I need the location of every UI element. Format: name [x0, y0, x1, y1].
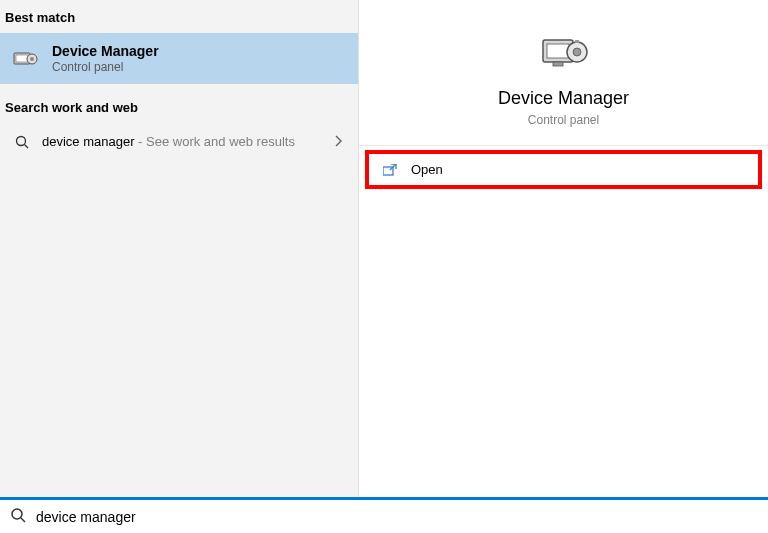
svg-point-4	[17, 137, 26, 146]
search-icon	[10, 507, 26, 527]
svg-rect-11	[575, 40, 579, 43]
svg-rect-7	[547, 44, 569, 58]
web-search-result[interactable]: device manager - See work and web result…	[0, 123, 358, 161]
detail-panel: Device Manager Control panel Open	[359, 0, 768, 497]
device-manager-icon	[539, 30, 589, 74]
svg-rect-8	[553, 62, 563, 66]
web-result-query: device manager	[42, 134, 135, 149]
web-result-text: device manager - See work and web result…	[42, 133, 346, 151]
svg-point-3	[30, 57, 34, 61]
search-icon	[12, 135, 32, 149]
search-input[interactable]	[36, 509, 758, 525]
detail-header: Device Manager Control panel	[359, 0, 768, 146]
svg-point-10	[573, 48, 581, 56]
open-label: Open	[411, 162, 443, 177]
best-match-result[interactable]: Device Manager Control panel	[0, 33, 358, 84]
chevron-right-icon[interactable]	[334, 133, 342, 151]
best-match-header: Best match	[0, 0, 358, 33]
svg-line-5	[25, 145, 29, 149]
search-results-panel: Best match Device Manager Control panel …	[0, 0, 359, 497]
svg-point-14	[12, 509, 22, 519]
detail-title: Device Manager	[359, 88, 768, 109]
device-manager-icon	[12, 45, 40, 73]
open-icon	[381, 164, 399, 176]
open-action-highlight: Open	[365, 150, 762, 189]
detail-subtitle: Control panel	[359, 113, 768, 127]
search-bar[interactable]	[0, 497, 768, 533]
svg-rect-1	[16, 55, 28, 62]
web-result-suffix: - See work and web results	[135, 134, 295, 149]
best-match-subtitle: Control panel	[52, 60, 159, 74]
search-web-header: Search work and web	[0, 90, 358, 123]
svg-line-15	[21, 518, 25, 522]
best-match-title: Device Manager	[52, 43, 159, 59]
open-action[interactable]: Open	[371, 155, 756, 184]
